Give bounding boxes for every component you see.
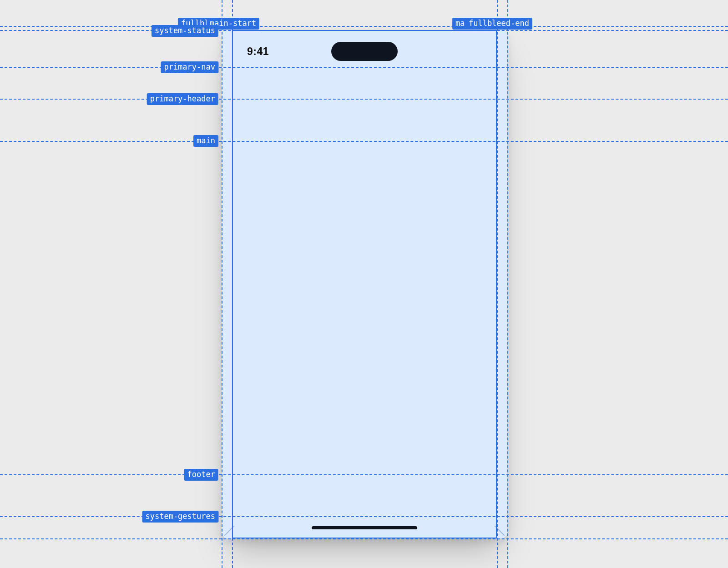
label-primary-nav: primary-nav [161, 61, 218, 73]
dynamic-island [331, 42, 398, 61]
label-footer: footer [184, 469, 218, 481]
hguide-bottom [0, 538, 728, 539]
label-main: main [193, 135, 218, 147]
vguide-fullbleed-end [507, 0, 508, 568]
diagram-stage: 9:41 fullbleed main-start main-end fullb… [0, 0, 728, 568]
label-fullbleed-end: fullbleed-end [465, 18, 532, 30]
label-system-status: system-status [152, 25, 218, 37]
home-indicator [312, 526, 417, 529]
hguide-top [0, 26, 728, 27]
status-bar-time: 9:41 [247, 45, 269, 58]
label-primary-header: primary-header [147, 93, 218, 105]
label-system-gestures: system-gestures [142, 511, 218, 523]
phone-frame: 9:41 [222, 30, 507, 538]
